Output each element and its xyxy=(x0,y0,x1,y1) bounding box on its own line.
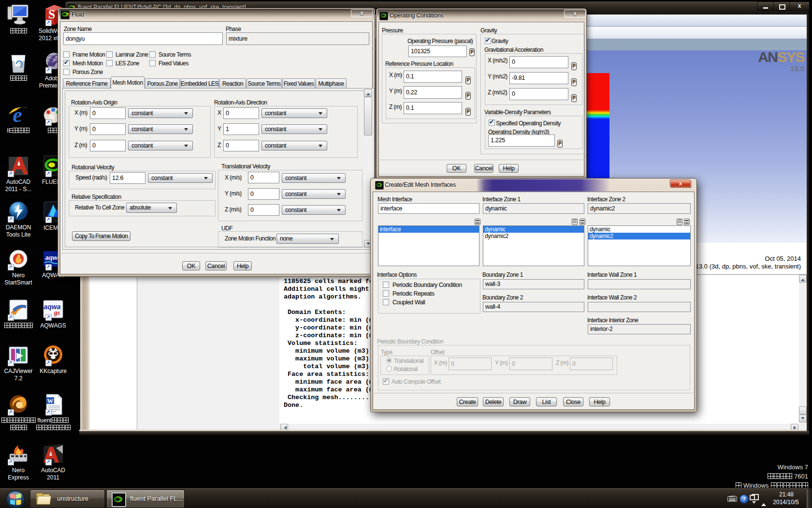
svg-text:S: S xyxy=(48,7,55,21)
svg-text:W: W xyxy=(47,397,54,404)
svg-text:e: e xyxy=(13,104,22,126)
svg-text:gs: gs xyxy=(54,309,60,316)
